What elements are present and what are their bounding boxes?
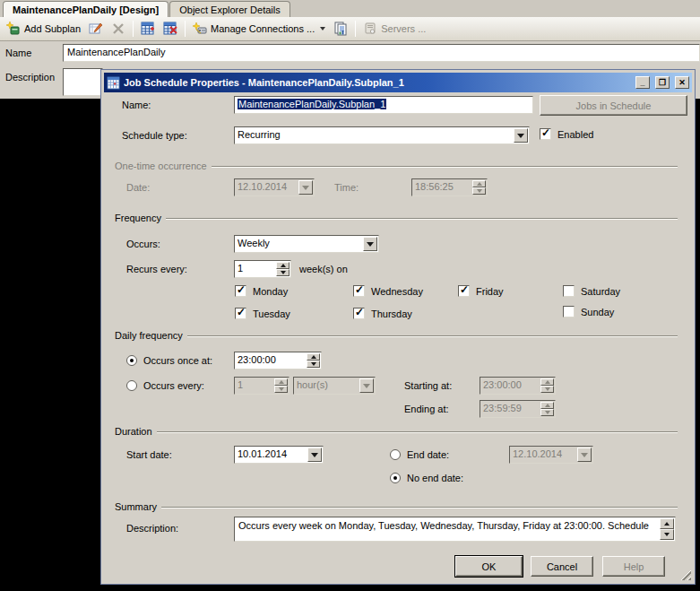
edit-subplan-icon <box>89 22 103 36</box>
designer-toolbar: Add Subplan Manage Connections ... Serve… <box>0 17 700 41</box>
end-date-radio[interactable]: End date: <box>390 449 449 460</box>
occurs-dropdown[interactable]: Weekly <box>234 235 379 253</box>
remove-schedule-icon <box>163 22 177 36</box>
checkbox-checked-icon[interactable] <box>235 308 246 319</box>
tuesday-checkbox[interactable]: Tuesday <box>235 308 290 319</box>
manage-connections-button[interactable]: Manage Connections ... <box>190 20 328 38</box>
subplan-schedule-button[interactable] <box>138 20 158 38</box>
schedule-name-input[interactable]: MaintenancePlanDaily.Subplan_1 <box>234 96 533 114</box>
dialog-title-bar[interactable]: Job Schedule Properties - MaintenancePla… <box>104 73 692 92</box>
sunday-checkbox[interactable]: Sunday <box>563 306 614 317</box>
checkbox-unchecked-icon[interactable] <box>563 306 575 317</box>
summary-description-label: Description: <box>126 523 178 534</box>
monday-checkbox[interactable]: Monday <box>235 285 288 297</box>
ok-button[interactable]: OK <box>455 556 523 577</box>
daily-frequency-title: Daily frequency <box>115 330 183 341</box>
plan-description-label: Description <box>5 72 55 83</box>
dropdown-arrow-icon[interactable] <box>363 237 377 251</box>
wednesday-checkbox[interactable]: Wednesday <box>353 285 423 297</box>
manage-connections-icon <box>193 22 207 36</box>
checkbox-checked-icon[interactable] <box>458 285 470 297</box>
spinner-arrows-icon <box>540 378 554 393</box>
selected-text: MaintenancePlanDaily.Subplan_1 <box>238 99 386 109</box>
one-time-occurrence-group: One-time occurrence <box>115 161 678 171</box>
delete-subplan-button[interactable] <box>108 20 128 38</box>
radio-unselected-icon[interactable] <box>126 380 137 391</box>
servers-icon <box>363 22 377 36</box>
occurs-every-radio[interactable]: Occurs every: <box>126 380 204 391</box>
add-subplan-button[interactable]: Add Subplan <box>4 20 83 38</box>
dialog-body: Name: MaintenancePlanDaily.Subplan_1 Job… <box>104 92 692 581</box>
plan-name-input[interactable]: MaintenancePlanDaily <box>63 44 700 62</box>
date-dropdown: 12.10.2014 <box>234 178 315 196</box>
start-date-label: Start date: <box>126 449 172 460</box>
edit-subplan-button[interactable] <box>86 20 106 38</box>
spinner-arrows-icon <box>274 378 288 393</box>
enabled-checkbox[interactable]: Enabled <box>540 128 593 140</box>
checkbox-checked-icon[interactable] <box>353 308 365 319</box>
recurs-every-spinner[interactable]: 1 <box>234 260 291 278</box>
summary-group: Summary <box>115 501 678 512</box>
no-end-date-label: No end date: <box>407 473 463 483</box>
checkbox-checked-icon[interactable] <box>235 285 246 297</box>
friday-checkbox[interactable]: Friday <box>458 285 504 297</box>
tab-maintenance-plan-design[interactable]: MaintenancePlanDaily [Design] <box>3 1 169 17</box>
occurs-once-radio[interactable]: Occurs once at: <box>126 355 212 366</box>
spinner-arrows-icon <box>472 180 486 195</box>
servers-label: Servers ... <box>381 23 426 34</box>
recurs-suffix-label: week(s) on <box>299 264 348 274</box>
occurs-once-time-spinner[interactable]: 23:00:00 <box>234 352 322 369</box>
daily-frequency-group: Daily frequency <box>115 330 678 341</box>
chevron-down-icon <box>320 27 325 30</box>
duration-group: Duration <box>115 426 678 437</box>
delete-subplan-icon <box>111 22 125 36</box>
enabled-label: Enabled <box>557 129 593 140</box>
minimize-button[interactable]: _ <box>635 76 650 89</box>
dropdown-arrow-icon[interactable] <box>514 128 528 143</box>
scroll-up-icon[interactable] <box>660 518 674 529</box>
description-scrollbar[interactable] <box>660 518 674 540</box>
close-button[interactable]: ✕ <box>675 76 689 89</box>
radio-selected-icon[interactable] <box>390 473 401 483</box>
occurs-once-label: Occurs once at: <box>143 355 212 366</box>
jobs-in-schedule-button[interactable]: Jobs in Schedule <box>540 95 687 116</box>
duration-title: Duration <box>115 426 152 437</box>
starting-at-spinner: 23:00:00 <box>480 377 556 395</box>
schedule-type-label: Schedule type: <box>122 130 187 141</box>
checkbox-checked-icon[interactable] <box>540 128 551 140</box>
checkbox-unchecked-icon[interactable] <box>563 285 575 297</box>
servers-button[interactable]: Servers ... <box>360 20 428 38</box>
start-date-dropdown[interactable]: 10.01.2014 <box>234 446 324 464</box>
occurs-every-label: Occurs every: <box>143 380 204 391</box>
toolbar-separator <box>355 21 356 37</box>
job-schedule-properties-dialog: Job Schedule Properties - MaintenancePla… <box>101 70 695 584</box>
checkbox-checked-icon[interactable] <box>353 285 365 297</box>
tab-object-explorer-details[interactable]: Object Explorer Details <box>169 1 290 17</box>
schedule-dialog-icon <box>107 76 120 90</box>
reporting-button[interactable] <box>331 20 350 38</box>
occurs-every-value-spinner: 1 <box>234 377 290 395</box>
spinner-arrows-icon[interactable] <box>307 353 320 368</box>
schedule-type-dropdown[interactable]: Recurring <box>234 126 530 144</box>
remove-schedule-button[interactable] <box>160 20 180 38</box>
plan-description-input[interactable] <box>63 68 103 96</box>
radio-unselected-icon[interactable] <box>390 449 401 460</box>
scroll-down-icon[interactable] <box>660 529 674 540</box>
summary-description-box[interactable]: Occurs every week on Monday, Tuesday, We… <box>234 517 676 542</box>
maximize-button[interactable]: ❐ <box>655 76 670 89</box>
thursday-checkbox[interactable]: Thursday <box>353 308 412 319</box>
help-button[interactable]: Help <box>602 556 665 577</box>
time-spinner: 18:56:25 <box>411 178 488 196</box>
spinner-arrows-icon[interactable] <box>276 262 290 276</box>
dropdown-arrow-icon[interactable] <box>307 448 322 462</box>
saturday-checkbox[interactable]: Saturday <box>563 285 620 297</box>
ending-at-spinner: 23:59:59 <box>480 400 556 418</box>
end-date-label: End date: <box>407 449 449 460</box>
resize-grip[interactable] <box>679 569 691 580</box>
no-end-date-radio[interactable]: No end date: <box>390 473 463 483</box>
recurs-every-label: Recurs every: <box>126 264 187 274</box>
date-label: Date: <box>126 182 150 193</box>
document-tab-bar: MaintenancePlanDaily [Design] Object Exp… <box>0 0 700 17</box>
cancel-button[interactable]: Cancel <box>531 556 593 577</box>
radio-selected-icon[interactable] <box>126 355 137 366</box>
